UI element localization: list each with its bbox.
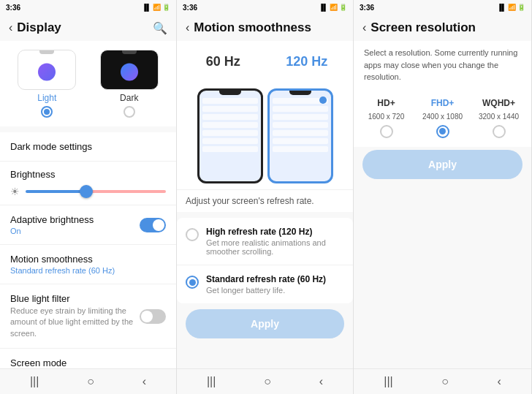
motion-title: Motion smoothness (194, 20, 311, 35)
hz-60-option[interactable]: 60 Hz (184, 50, 262, 74)
motion-smoothness-title: Motion smoothness (10, 254, 166, 265)
time-1: 3:36 (6, 4, 20, 12)
dark-radio[interactable] (123, 106, 135, 118)
status-icons-1: ▐▌ 📶 🔋 (142, 4, 170, 11)
wqhd-option[interactable]: WQHD+ 3200 x 1440 (471, 98, 527, 138)
battery-icon: 🔋 (162, 4, 170, 11)
nav-home-icon[interactable]: ○ (87, 375, 94, 388)
display-title: Display (17, 20, 61, 35)
adaptive-brightness-item[interactable]: Adaptive brightness On (0, 205, 176, 245)
back-button-3[interactable]: ‹ (362, 21, 366, 34)
light-radio[interactable] (41, 106, 53, 118)
nav-menu-icon-2[interactable]: ||| (207, 375, 216, 388)
motion-apply-button[interactable]: Apply (186, 309, 344, 338)
nav-back-icon[interactable]: ‹ (142, 375, 146, 388)
nav-menu-icon-3[interactable]: ||| (384, 375, 392, 388)
adaptive-brightness-toggle[interactable] (140, 218, 166, 232)
battery-icon-3: 🔋 (517, 4, 525, 11)
top-bar-2: ‹ Motion smoothness (177, 15, 353, 41)
hz-120-option[interactable]: 120 Hz (268, 50, 346, 74)
nav-bar-1: ||| ○ ‹ (0, 368, 176, 394)
display-panel: 3:36 ▐▌ 📶 🔋 ‹ Display 🔍 Light (0, 0, 177, 394)
theme-section: Light Dark (0, 41, 176, 126)
dark-preview (100, 50, 159, 90)
battery-icon-2: 🔋 (339, 4, 347, 11)
adaptive-brightness-sub: On (10, 227, 94, 235)
adaptive-brightness-title: Adaptive brightness (10, 214, 94, 225)
light-label: Light (37, 93, 56, 103)
blue-light-title: Blue light filter (10, 293, 134, 304)
status-bar-1: 3:36 ▐▌ 📶 🔋 (0, 0, 176, 15)
brightness-low-icon: ☀ (10, 186, 20, 197)
screen-mode-item[interactable]: Screen mode Vivid (0, 349, 176, 368)
light-preview (18, 50, 76, 90)
wifi-icon-2: 📶 (330, 4, 338, 11)
back-button-1[interactable]: ‹ (9, 21, 12, 34)
hd-sub: 1600 x 720 (368, 113, 405, 121)
wifi-icon: 📶 (153, 4, 161, 11)
resolution-options: HD+ 1600 x 720 FHD+ 2400 x 1080 WQHD+ 32… (354, 92, 531, 147)
brightness-section: Brightness ☀ (0, 162, 176, 205)
settings-list: Dark mode settings Brightness ☀ Adaptive… (0, 132, 176, 368)
signal-icon: ▐▌ (142, 4, 151, 11)
status-bar-2: 3:36 ▐▌ 📶 🔋 (177, 0, 353, 15)
top-bar-3: ‹ Screen resolution (354, 15, 531, 41)
signal-icon-2: ▐▌ (319, 4, 328, 11)
standard-refresh-radio (186, 276, 199, 289)
screen-mode-title: Screen mode (10, 357, 166, 368)
resolution-info: Select a resolution. Some currently runn… (354, 41, 531, 92)
high-refresh-title: High refresh rate (120 Hz) (206, 227, 344, 237)
hd-label: HD+ (377, 98, 395, 108)
fhd-radio[interactable] (436, 125, 449, 138)
wifi-icon-3: 📶 (508, 4, 516, 11)
nav-home-icon-3[interactable]: ○ (441, 375, 449, 388)
back-button-2[interactable]: ‹ (186, 21, 189, 34)
motion-content: 60 Hz 120 Hz (177, 41, 353, 368)
motion-smoothness-sub: Standard refresh rate (60 Hz) (10, 266, 166, 275)
resolution-title: Screen resolution (370, 20, 476, 35)
hd-radio[interactable] (380, 125, 393, 138)
resolution-apply-button[interactable]: Apply (362, 150, 522, 179)
standard-refresh-title: Standard refresh rate (60 Hz) (206, 274, 326, 284)
blue-light-desc: Reduce eye strain by limiting the amount… (10, 306, 134, 339)
light-theme-option[interactable]: Light (10, 50, 84, 118)
adjust-text: Adjust your screen's refresh rate. (177, 189, 353, 212)
brightness-slider[interactable] (26, 190, 166, 193)
standard-refresh-option[interactable]: Standard refresh rate (60 Hz) Get longer… (177, 265, 353, 303)
fhd-sub: 2400 x 1080 (422, 113, 463, 121)
fhd-option[interactable]: FHD+ 2400 x 1080 (414, 98, 471, 138)
hd-option[interactable]: HD+ 1600 x 720 (358, 98, 414, 138)
time-2: 3:36 (183, 4, 197, 12)
refresh-options: High refresh rate (120 Hz) Get more real… (177, 218, 353, 303)
display-content: Light Dark Dark mode settings (0, 41, 176, 368)
hz-selector: 60 Hz 120 Hz (177, 41, 353, 83)
dark-mode-title: Dark mode settings (10, 141, 166, 152)
standard-refresh-desc: Get longer battery life. (206, 286, 326, 295)
nav-back-icon-2[interactable]: ‹ (319, 375, 323, 388)
wqhd-sub: 3200 x 1440 (479, 113, 519, 121)
wqhd-label: WQHD+ (482, 98, 515, 108)
blue-light-filter-item[interactable]: Blue light filter Reduce eye strain by l… (0, 284, 176, 349)
blue-light-toggle[interactable] (140, 309, 166, 324)
resolution-content: Select a resolution. Some currently runn… (354, 41, 531, 368)
dark-theme-option[interactable]: Dark (93, 50, 167, 118)
nav-home-icon-2[interactable]: ○ (264, 375, 271, 388)
nav-menu-icon[interactable]: ||| (30, 375, 39, 388)
brightness-label: Brightness (10, 169, 166, 180)
time-3: 3:36 (360, 4, 374, 12)
phone-60hz (197, 88, 263, 183)
phone-previews (177, 83, 353, 189)
top-bar-1: ‹ Display 🔍 (0, 15, 176, 41)
nav-bar-2: ||| ○ ‹ (177, 368, 353, 394)
search-button-1[interactable]: 🔍 (153, 21, 167, 35)
status-icons-2: ▐▌ 📶 🔋 (319, 4, 347, 11)
status-bar-3: 3:36 ▐▌ 📶 🔋 (354, 0, 531, 15)
nav-back-icon-3[interactable]: ‹ (497, 375, 501, 388)
dark-mode-item[interactable]: Dark mode settings (0, 132, 176, 162)
motion-smoothness-panel: 3:36 ▐▌ 📶 🔋 ‹ Motion smoothness 60 Hz 12… (177, 0, 354, 394)
status-icons-3: ▐▌ 📶 🔋 (497, 4, 525, 11)
high-refresh-radio (186, 228, 199, 241)
wqhd-radio[interactable] (493, 125, 506, 138)
motion-smoothness-item[interactable]: Motion smoothness Standard refresh rate … (0, 245, 176, 284)
high-refresh-option[interactable]: High refresh rate (120 Hz) Get more real… (177, 218, 353, 265)
